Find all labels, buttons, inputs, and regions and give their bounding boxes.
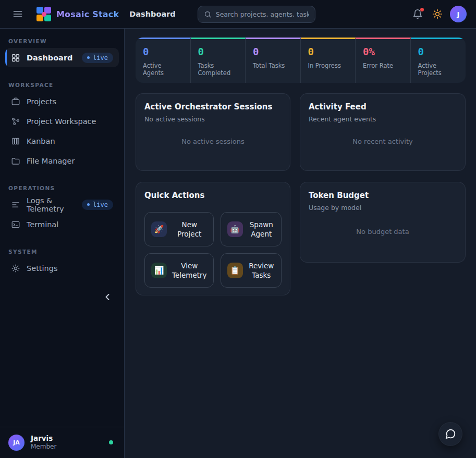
card-title: Token Budget [309,191,457,200]
folder-icon [11,156,20,166]
stat-label: Active Projects [418,62,459,77]
sidebar-item-file-manager[interactable]: File Manager [5,151,119,170]
sidebar-item-label: File Manager [27,157,75,165]
live-dot-icon [87,203,90,206]
section-label-operations: OPERATIONS [8,185,116,191]
user-avatar-initials: JA [8,435,25,451]
theme-toggle-button[interactable] [430,7,445,21]
clipboard-emoji: 📋 [230,266,240,275]
section-system: SYSTEM Settings [0,234,124,278]
live-badge: live [82,200,113,210]
search-input[interactable] [216,10,309,18]
bar-chart-icon: 📊 [151,263,167,278]
section-operations: OPERATIONS Logs & Telemetry live Ter [0,171,124,234]
robot-emoji: 🤖 [230,225,240,234]
stat-card-error-rate: 0% Error Rate [356,38,411,83]
quick-actions-grid: 🚀 New Project 🤖 Spawn Agent 📊 View Telem… [144,212,282,288]
empty-state-text: No active sessions [144,123,282,163]
dashboard-grid-icon [11,53,20,63]
stat-label: Active Agents [143,62,183,77]
hamburger-icon [13,9,23,19]
sidebar: OVERVIEW Dashboard live WORKSPACE [0,29,125,458]
section-workspace: WORKSPACE Projects Project Workspace [0,68,124,171]
new-project-button[interactable]: 🚀 New Project [144,212,214,246]
global-search [198,6,315,23]
mosaic-logo-icon [36,7,51,21]
quick-action-label: View Telemetry [172,261,207,280]
sun-icon [432,9,443,19]
section-overview: OVERVIEW Dashboard live [0,34,124,68]
sidebar-collapse-row [0,278,124,302]
sidebar-nav: OVERVIEW Dashboard live WORKSPACE [0,29,124,427]
page-title: Dashboard [129,10,175,18]
robot-icon: 🤖 [227,221,243,237]
sidebar-item-projects[interactable]: Projects [5,92,119,111]
quick-action-label: Spawn Agent [248,220,275,239]
user-role: Member [31,443,56,451]
user-profile[interactable]: JA Jarvis Member [0,427,124,458]
live-badge: live [82,53,113,63]
sidebar-collapse-button[interactable] [102,292,113,302]
bar-chart-emoji: 📊 [154,266,164,275]
sidebar-item-dashboard[interactable]: Dashboard live [5,48,119,67]
quick-actions-card: Quick Actions 🚀 New Project 🤖 Spawn Agen… [136,182,290,295]
sidebar-item-kanban[interactable]: Kanban [5,131,119,151]
active-sessions-card: Active Orchestrator Sessions No active s… [136,93,290,171]
active-accent-bar [5,48,7,67]
stat-value: 0 [253,46,293,57]
sidebar-item-label: Settings [27,264,57,273]
stat-value: 0 [418,46,459,57]
spawn-agent-button[interactable]: 🤖 Spawn Agent [221,212,282,246]
sidebar-item-terminal[interactable]: Terminal [5,215,119,234]
sidebar-item-logs-telemetry[interactable]: Logs & Telemetry live [5,195,119,214]
logo-center-dot [42,12,46,17]
card-title: Quick Actions [144,191,282,200]
briefcase-icon [11,97,20,106]
stat-label: In Progress [308,62,348,69]
sidebar-item-settings[interactable]: Settings [5,258,119,278]
live-dot-icon [87,56,90,59]
stat-card-active-agents: 0 Active Agents [136,38,191,83]
stat-card-active-projects: 0 Active Projects [411,38,466,83]
quick-action-label: Review Tasks [248,261,275,280]
hamburger-menu-button[interactable] [10,7,25,21]
stat-card-tasks-completed: 0 Tasks Completed [191,38,246,83]
kanban-columns-icon [11,137,20,146]
user-avatar[interactable]: J [450,6,467,22]
notifications-button[interactable] [410,7,425,21]
brand-title: Mosaic Stack [56,9,119,19]
stat-label: Total Tasks [253,62,293,69]
card-subtitle: No active sessions [144,115,282,123]
view-telemetry-button[interactable]: 📊 View Telemetry [144,253,214,288]
sidebar-item-project-workspace[interactable]: Project Workspace [5,112,119,131]
card-title: Activity Feed [309,102,457,112]
quick-action-label: New Project [172,220,207,239]
stat-value: 0 [198,46,238,57]
card-subtitle: Usage by model [309,204,457,212]
clipboard-icon: 📋 [227,263,243,278]
rocket-icon: 🚀 [151,221,167,237]
live-badge-label: live [93,54,108,61]
stats-row: 0 Active Agents 0 Tasks Completed 0 Tota… [136,38,466,83]
chat-bubble-icon [445,428,456,440]
sidebar-item-label: Logs & Telemetry [27,196,76,213]
search-icon [204,10,212,18]
user-name: Jarvis [31,434,56,443]
sidebar-item-label: Projects [27,97,56,106]
stat-label: Error Rate [363,62,403,69]
sidebar-item-label: Kanban [27,137,55,145]
section-label-system: SYSTEM [8,249,116,255]
online-status-dot [109,440,113,444]
empty-state-text: No budget data [309,212,457,255]
chat-fab-button[interactable] [438,422,462,446]
nodes-icon [11,117,20,126]
review-tasks-button[interactable]: 📋 Review Tasks [221,253,282,288]
stat-card-in-progress: 0 In Progress [301,38,356,83]
settings-gear-icon [11,264,20,273]
chevron-left-icon [102,292,113,302]
stat-value: 0% [363,46,403,57]
section-label-workspace: WORKSPACE [8,82,116,88]
section-label-overview: OVERVIEW [8,38,116,44]
stat-card-total-tasks: 0 Total Tasks [246,38,301,83]
token-budget-card: Token Budget Usage by model No budget da… [300,182,466,263]
